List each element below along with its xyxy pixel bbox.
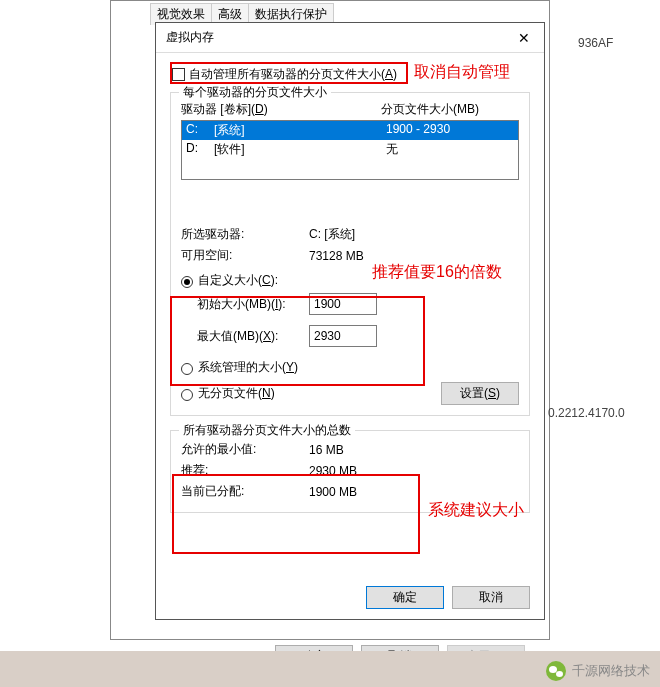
bg-text-2: 0.2212.4170.0 — [548, 406, 625, 420]
auto-manage-checkbox[interactable] — [172, 68, 185, 81]
annotation-label-3: 系统建议大小 — [428, 500, 524, 521]
dialog-title: 虚拟内存 — [166, 29, 214, 46]
annotation-label-2: 推荐值要16的倍数 — [372, 262, 502, 283]
initial-size-input[interactable] — [309, 293, 377, 315]
size-column-header: 分页文件大小(MB) — [381, 101, 479, 118]
min-allowed-label: 允许的最小值: — [181, 441, 309, 458]
available-space-value: 73128 MB — [309, 249, 364, 263]
system-managed-radio[interactable] — [181, 363, 193, 375]
currently-allocated-label: 当前已分配: — [181, 483, 309, 500]
recommended-label: 推荐: — [181, 462, 309, 479]
drive-column-header: 驱动器 [卷标](D) — [181, 101, 381, 118]
drive-size: 无 — [386, 141, 398, 158]
wechat-credit: 千源网络技术 — [546, 661, 650, 681]
recommended-value: 2930 MB — [309, 464, 357, 478]
selected-drive-label: 所选驱动器: — [181, 226, 309, 243]
titlebar: 虚拟内存 ✕ — [156, 23, 544, 53]
custom-size-radio[interactable] — [181, 276, 193, 288]
dialog-buttons: 确定 取消 — [366, 586, 530, 609]
close-icon[interactable]: ✕ — [504, 23, 544, 53]
set-button[interactable]: 设置(S) — [441, 382, 519, 405]
drive-letter: D: — [186, 141, 214, 158]
currently-allocated-value: 1900 MB — [309, 485, 357, 499]
drive-size: 1900 - 2930 — [386, 122, 450, 139]
system-managed-label: 系统管理的大小(Y) — [198, 359, 298, 376]
drive-row[interactable]: D: [软件] 无 — [182, 140, 518, 159]
no-paging-radio[interactable] — [181, 389, 193, 401]
per-drive-group-title: 每个驱动器的分页文件大小 — [179, 84, 331, 101]
initial-size-label: 初始大小(MB)(I): — [181, 296, 309, 313]
virtual-memory-dialog: 虚拟内存 ✕ 自动管理所有驱动器的分页文件大小(A) 每个驱动器的分页文件大小 … — [155, 22, 545, 620]
min-allowed-value: 16 MB — [309, 443, 344, 457]
bg-text-1: 936AF — [578, 36, 613, 50]
drive-row[interactable]: C: [系统] 1900 - 2930 — [182, 121, 518, 140]
wechat-text: 千源网络技术 — [572, 662, 650, 680]
selected-drive-value: C: [系统] — [309, 226, 355, 243]
drive-label: [软件] — [214, 141, 386, 158]
per-drive-group: 每个驱动器的分页文件大小 驱动器 [卷标](D) 分页文件大小(MB) C: [… — [170, 92, 530, 416]
drive-label: [系统] — [214, 122, 386, 139]
ok-button[interactable]: 确定 — [366, 586, 444, 609]
auto-manage-label: 自动管理所有驱动器的分页文件大小(A) — [189, 66, 397, 83]
custom-size-label: 自定义大小(C): — [198, 272, 278, 289]
system-managed-radio-row[interactable]: 系统管理的大小(Y) — [181, 357, 519, 378]
drive-letter: C: — [186, 122, 214, 139]
no-paging-label: 无分页文件(N) — [198, 385, 275, 402]
wechat-icon — [546, 661, 566, 681]
available-space-label: 可用空间: — [181, 247, 309, 264]
totals-group-title: 所有驱动器分页文件大小的总数 — [179, 422, 355, 439]
max-size-input[interactable] — [309, 325, 377, 347]
annotation-label-1: 取消自动管理 — [414, 62, 510, 83]
drive-list[interactable]: C: [系统] 1900 - 2930 D: [软件] 无 — [181, 120, 519, 180]
cancel-button[interactable]: 取消 — [452, 586, 530, 609]
no-paging-radio-row[interactable]: 无分页文件(N) — [181, 383, 275, 404]
max-size-label: 最大值(MB)(X): — [181, 328, 309, 345]
